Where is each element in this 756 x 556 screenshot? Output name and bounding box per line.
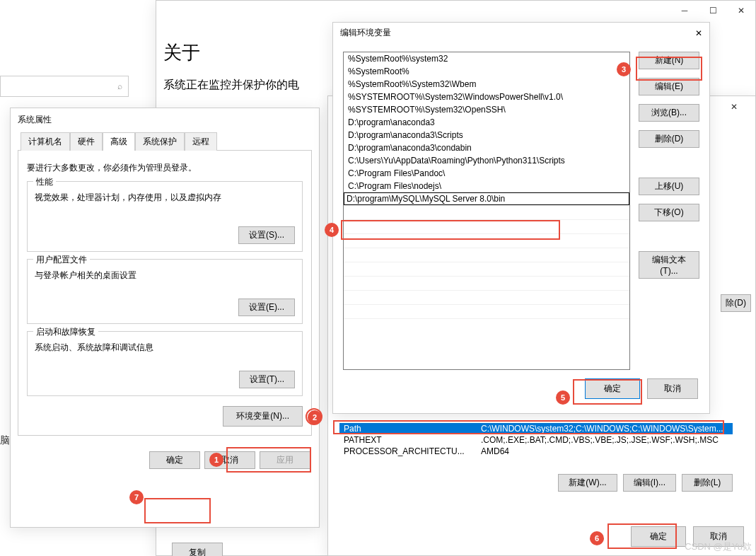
search-input[interactable]: ⌕	[0, 76, 129, 97]
side-text: 脑	[0, 434, 10, 447]
marker-6: 6	[590, 531, 604, 545]
move-down-button[interactable]: 下移(O)	[639, 204, 699, 221]
startup-settings-button[interactable]: 设置(T)...	[239, 371, 295, 388]
delete-entry-button[interactable]: 删除(D)	[639, 130, 699, 148]
perf-desc: 视觉效果，处理器计划，内存使用，以及虚拟内存	[35, 192, 295, 204]
maximize-button[interactable]: ☐	[699, 1, 727, 21]
edit-ok-button[interactable]: 确定	[585, 378, 640, 399]
edit-var-button[interactable]: 编辑(I)...	[623, 474, 676, 492]
search-icon: ⌕	[117, 81, 122, 91]
path-edit-input[interactable]	[344, 192, 629, 205]
marker-1: 1	[209, 453, 223, 467]
dialog-title: 系统属性	[11, 108, 319, 132]
profile-settings-button[interactable]: 设置(E)...	[238, 299, 295, 316]
edit-entry-button[interactable]: 编辑(E)	[639, 78, 699, 95]
env-var-row[interactable]: PATHEXT.COM;.EXE;.BAT;.CMD;.VBS;.VBE;.JS…	[339, 434, 733, 446]
path-list-item[interactable]: %SYSTEMROOT%\System32\OpenSSH\	[344, 103, 629, 116]
envvars-ok-button[interactable]: 确定	[631, 526, 686, 547]
admin-note: 要进行大多数更改，你必须作为管理员登录。	[27, 162, 303, 174]
path-list-item[interactable]: C:\Users\Yu\AppData\Roaming\Python\Pytho…	[344, 154, 629, 167]
close-icon[interactable]: ✕	[720, 98, 748, 115]
path-list-item[interactable]: D:\program\anaconda3\condabin	[344, 141, 629, 154]
path-list-item[interactable]: D:\program\anaconda3\Scripts	[344, 129, 629, 141]
env-var-row[interactable]: PROCESSOR_ARCHITECTU...AMD64	[339, 446, 733, 457]
perf-settings-button[interactable]: 设置(S)...	[238, 226, 295, 244]
marker-7: 7	[129, 490, 144, 504]
marker-2: 2	[308, 410, 322, 424]
ok-button[interactable]: 确定	[149, 451, 200, 469]
tab-advanced[interactable]: 高级	[103, 132, 135, 151]
new-var-button[interactable]: 新建(W)...	[558, 474, 617, 492]
startup-legend: 启动和故障恢复	[33, 326, 98, 338]
env-vars-button[interactable]: 环境变量(N)...	[223, 406, 303, 427]
path-list-item[interactable]: C:\Program Files\nodejs\	[344, 180, 629, 192]
tab-hardware[interactable]: 硬件	[70, 132, 103, 151]
partial-delete-button[interactable]: 除(D)	[721, 294, 751, 312]
close-button[interactable]: ✕	[727, 1, 755, 21]
path-editing-row	[344, 192, 629, 205]
path-list-item[interactable]: %SystemRoot%	[344, 65, 629, 78]
path-list[interactable]: %SystemRoot%\system32%SystemRoot%%System…	[343, 52, 630, 370]
startup-desc: 系统启动、系统故障和调试信息	[35, 342, 295, 354]
edit-cancel-button[interactable]: 取消	[647, 378, 698, 399]
path-list-item[interactable]: %SYSTEMROOT%\System32\WindowsPowerShell\…	[344, 91, 629, 103]
minimize-button[interactable]: ─	[670, 1, 699, 21]
marker-5: 5	[556, 390, 570, 405]
watermark: CSDN @是Yu欸	[685, 540, 752, 553]
profile-desc: 与登录帐户相关的桌面设置	[35, 270, 295, 282]
marker-4: 4	[325, 223, 339, 237]
path-list-item[interactable]: %SystemRoot%\system32	[344, 52, 629, 65]
tab-remote[interactable]: 远程	[185, 132, 217, 151]
edit-dialog-title: 编辑环境变量	[340, 27, 391, 39]
move-up-button[interactable]: 上移(U)	[639, 178, 699, 195]
tab-computer-name[interactable]: 计算机名	[21, 132, 70, 151]
path-list-item[interactable]: D:\program\anaconda3	[344, 116, 629, 129]
delete-var-button[interactable]: 删除(L)	[682, 474, 733, 492]
perf-legend: 性能	[33, 176, 56, 188]
path-list-item[interactable]: C:\Program Files\Pandoc\	[344, 167, 629, 180]
env-var-row[interactable]: PathC:\WINDOWS\system32;C:\WINDOWS;C:\WI…	[339, 423, 733, 434]
profile-legend: 用户配置文件	[33, 254, 90, 266]
path-list-item[interactable]: %SystemRoot%\System32\Wbem	[344, 78, 629, 91]
copy-button[interactable]: 复制	[172, 543, 223, 556]
close-icon[interactable]: ✕	[695, 28, 702, 38]
tab-protection[interactable]: 系统保护	[135, 132, 185, 151]
browse-button[interactable]: 浏览(B)...	[639, 104, 699, 122]
new-entry-button[interactable]: 新建(N)	[639, 52, 699, 69]
marker-3: 3	[617, 62, 631, 76]
edit-text-button[interactable]: 编辑文本(T)...	[639, 251, 699, 279]
apply-button[interactable]: 应用	[260, 451, 310, 469]
